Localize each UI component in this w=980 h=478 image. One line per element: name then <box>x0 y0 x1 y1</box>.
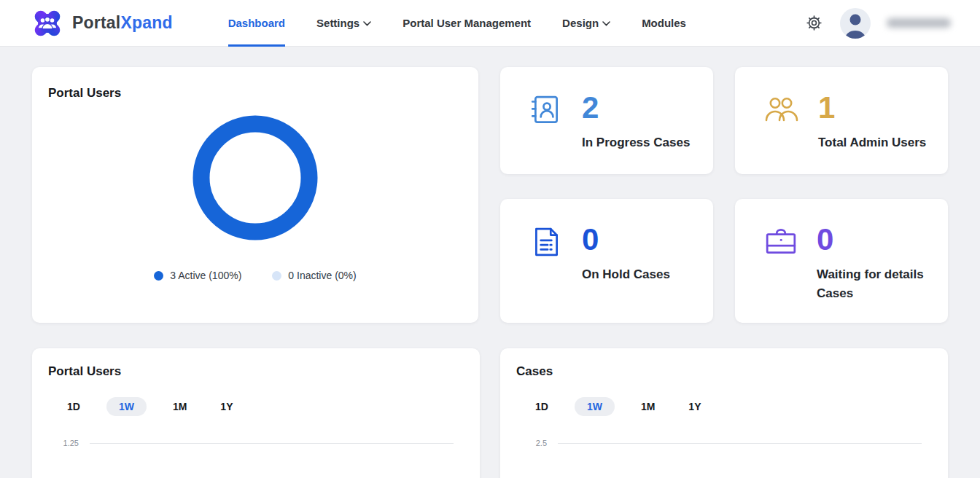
settings-gear-button[interactable] <box>804 13 824 33</box>
cases-chart-card: Cases 1D 1W 1M 1Y 2.5 <box>500 348 948 478</box>
legend-label-active: 3 Active (100%) <box>170 270 241 281</box>
stat-label: In Progress Cases <box>582 133 690 152</box>
nav-item-dashboard[interactable]: Dashboard <box>228 0 285 47</box>
nav-item-portal-user-management[interactable]: Portal User Management <box>402 0 531 47</box>
range-button-1y[interactable]: 1Y <box>213 397 240 416</box>
stat-value: 0 <box>817 224 930 256</box>
portal-users-range-toggle: 1D 1W 1M 1Y <box>60 397 464 416</box>
legend-item-inactive[interactable]: 0 Inactive (0%) <box>272 270 356 281</box>
user-avatar[interactable] <box>840 8 871 39</box>
two-users-icon <box>764 93 799 124</box>
brand-name-primary: Portal <box>72 13 120 32</box>
stat-card-on-hold-cases: 0 On Hold Cases <box>500 199 713 323</box>
portalxpand-logo-icon <box>29 7 66 40</box>
nav-item-settings[interactable]: Settings <box>316 0 371 47</box>
gear-icon <box>806 15 822 31</box>
y-axis-tick: 2.5 <box>516 439 547 447</box>
contact-book-icon <box>529 93 563 127</box>
stat-label: On Hold Cases <box>582 265 670 284</box>
stat-card-waiting-for-details-cases: 0 Waiting for details Cases <box>735 199 948 323</box>
portal-users-chart-card: Portal Users 1D 1W 1M 1Y 1.25 <box>32 348 480 478</box>
header-right-cluster <box>804 8 951 39</box>
gridline <box>90 443 454 444</box>
donut-card-title: Portal Users <box>48 86 462 101</box>
stat-label: Waiting for details Cases <box>817 265 930 302</box>
user-name-redacted[interactable] <box>887 18 951 28</box>
cases-chart-area: 2.5 <box>516 439 932 447</box>
stats-grid: 2 In Progress Cases 1 Total Admin Users <box>500 67 948 323</box>
range-button-1m[interactable]: 1M <box>166 397 194 416</box>
brand-name-accent: Xpand <box>120 13 172 32</box>
stat-card-in-progress-cases: 2 In Progress Cases <box>500 67 713 174</box>
dashboard-content: Portal Users 3 Active (100%) 0 Inactive … <box>0 47 980 478</box>
portal-users-chart-area: 1.25 <box>48 439 464 447</box>
range-button-1w[interactable]: 1W <box>575 397 615 416</box>
y-axis-tick: 1.25 <box>48 439 79 447</box>
stat-value: 2 <box>582 92 690 124</box>
nav-item-modules[interactable]: Modules <box>642 0 686 47</box>
legend-dot-active <box>154 271 163 281</box>
range-button-1d[interactable]: 1D <box>60 397 88 416</box>
brand-name: PortalXpand <box>72 13 173 33</box>
legend-label-inactive: 0 Inactive (0%) <box>288 270 356 281</box>
stat-value: 0 <box>582 224 670 256</box>
top-nav-bar: PortalXpand Dashboard Settings Portal Us… <box>0 0 980 47</box>
range-button-1m[interactable]: 1M <box>634 397 662 416</box>
stat-label: Total Admin Users <box>818 133 926 152</box>
range-button-1y[interactable]: 1Y <box>681 397 708 416</box>
portal-users-chart-title: Portal Users <box>48 364 464 379</box>
document-icon <box>529 225 563 259</box>
portal-users-donut-card: Portal Users 3 Active (100%) 0 Inactive … <box>32 67 478 323</box>
cases-chart-title: Cases <box>516 364 932 379</box>
stat-value: 1 <box>818 92 926 124</box>
main-nav: Dashboard Settings Portal User Managemen… <box>228 0 686 47</box>
briefcase-icon <box>764 225 798 259</box>
gridline <box>558 443 922 444</box>
legend-item-active[interactable]: 3 Active (100%) <box>154 270 241 281</box>
range-button-1w[interactable]: 1W <box>106 397 147 416</box>
donut-chart <box>192 115 318 240</box>
person-silhouette-icon <box>840 8 871 39</box>
stat-card-total-admin-users: 1 Total Admin Users <box>735 67 948 174</box>
nav-item-design[interactable]: Design <box>562 0 610 47</box>
nav-item-design-label: Design <box>562 17 599 29</box>
chevron-down-icon <box>363 21 371 26</box>
nav-item-settings-label: Settings <box>316 17 359 29</box>
chevron-down-icon <box>602 21 610 26</box>
donut-legend: 3 Active (100%) 0 Inactive (0%) <box>48 270 462 281</box>
brand-logo[interactable]: PortalXpand <box>29 7 173 40</box>
cases-range-toggle: 1D 1W 1M 1Y <box>528 397 932 416</box>
range-button-1d[interactable]: 1D <box>528 397 556 416</box>
legend-dot-inactive <box>272 271 281 281</box>
